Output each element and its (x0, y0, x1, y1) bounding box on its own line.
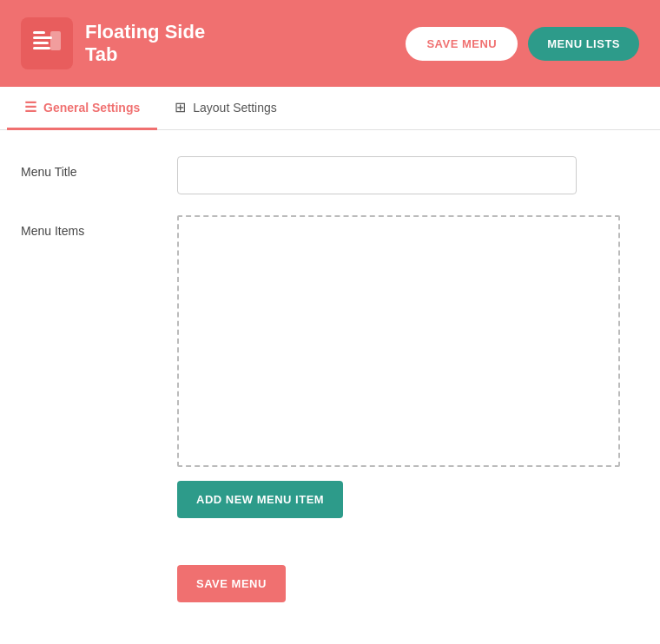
app-logo (21, 17, 73, 69)
svg-rect-4 (50, 31, 61, 50)
svg-rect-3 (33, 47, 50, 49)
menu-items-row: Menu Items ADD NEW MENU ITEM (21, 215, 639, 518)
app-title: Floating Side Tab (85, 21, 205, 67)
layout-settings-icon: ⊞ (175, 99, 186, 115)
menu-lists-button[interactable]: MENU LISTS (528, 27, 639, 61)
tab-general-settings-label: General Settings (43, 101, 140, 115)
svg-rect-2 (33, 42, 49, 44)
menu-title-input[interactable] (177, 156, 577, 194)
save-menu-header-button[interactable]: SAVE MENU (406, 27, 518, 61)
main-content: Menu Title Menu Items ADD NEW MENU ITEM … (0, 130, 660, 644)
menu-title-row: Menu Title (21, 156, 639, 194)
add-menu-item-button[interactable]: ADD NEW MENU ITEM (177, 481, 343, 518)
save-menu-bottom-button[interactable]: SAVE MENU (177, 565, 286, 602)
svg-rect-1 (33, 36, 52, 39)
tab-general-settings[interactable]: ☰ General Settings (7, 87, 157, 130)
menu-title-field (177, 156, 639, 194)
menu-items-label: Menu Items (21, 215, 177, 238)
tab-layout-settings-label: Layout Settings (193, 101, 277, 115)
tab-bar: ☰ General Settings ⊞ Layout Settings (0, 87, 660, 130)
tab-layout-settings[interactable]: ⊞ Layout Settings (157, 87, 294, 130)
header-left: Floating Side Tab (21, 17, 205, 69)
header-buttons: SAVE MENU MENU LISTS (406, 27, 639, 61)
menu-items-field: ADD NEW MENU ITEM (177, 215, 639, 518)
general-settings-icon: ☰ (24, 99, 36, 115)
menu-title-label: Menu Title (21, 156, 177, 179)
save-menu-bottom-row: SAVE MENU (21, 539, 639, 602)
app-header: Floating Side Tab SAVE MENU MENU LISTS (0, 0, 660, 87)
svg-rect-0 (33, 31, 45, 34)
menu-items-area (177, 215, 620, 467)
